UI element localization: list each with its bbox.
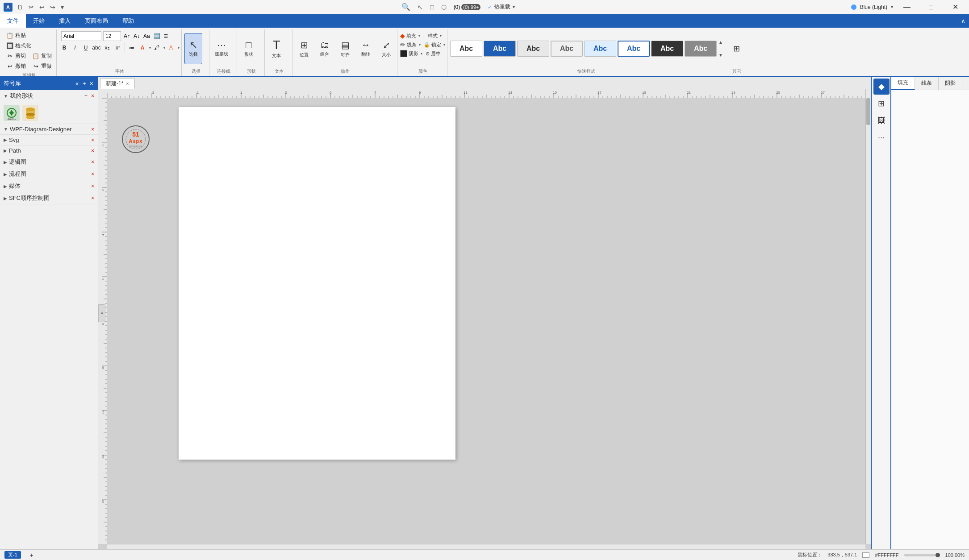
list-btn[interactable]: ≔ — [127, 43, 137, 53]
sidebar-item-my-shapes[interactable]: ▼ 我的形状 + × — [0, 90, 98, 102]
page-tab[interactable]: 页-1 — [4, 551, 21, 559]
size-btn[interactable]: ⤢ 大小 — [377, 33, 395, 64]
cursor-icon-btn[interactable]: ↖ — [418, 4, 423, 11]
sfc-close-icon[interactable]: × — [91, 195, 94, 201]
redo-btn[interactable]: ↪ 重做 — [29, 61, 54, 71]
copy-btn[interactable]: 📋 复制 — [29, 51, 54, 61]
cut-btn[interactable]: ✂ 剪切 — [4, 51, 29, 61]
drawing-surface[interactable]: 51 Aspx 源码服务专家 — [107, 98, 865, 544]
more-panel-btn[interactable]: ··· — [873, 129, 890, 145]
style-abc-4[interactable]: Abc — [551, 41, 583, 57]
scroll-thumb-v[interactable] — [866, 98, 870, 125]
shadow-swatch[interactable] — [400, 50, 407, 57]
sidebar-item-logic[interactable]: ▶ 逻辑图 × — [0, 156, 98, 168]
sidebar-item-path[interactable]: ▶ Path × — [0, 145, 98, 156]
close-btn[interactable]: ✕ — [945, 0, 965, 14]
align-btn2[interactable]: ▤ 对齐 — [336, 33, 354, 64]
svg-close-icon[interactable]: × — [91, 137, 94, 143]
shape-database[interactable] — [22, 105, 38, 121]
menu-start[interactable]: 开始 — [26, 14, 52, 28]
path-close-icon[interactable]: × — [91, 148, 94, 154]
text-color-btn[interactable]: A — [166, 43, 176, 53]
sidebar-item-flow[interactable]: ▶ 流程图 × — [0, 168, 98, 180]
styles-down-btn[interactable]: ▼ — [718, 53, 723, 58]
flow-close-icon[interactable]: × — [91, 171, 94, 177]
sidebar-item-wpf[interactable]: ▼ WPF-Diagram-Designer × — [0, 124, 98, 135]
search-btn[interactable]: 🔍 — [401, 3, 410, 11]
sidebar-close-icon[interactable]: × — [89, 79, 94, 88]
scrollbar-vertical[interactable] — [865, 89, 871, 544]
flip-btn[interactable]: ↔ 翻转 — [357, 33, 375, 64]
style-abc-3[interactable]: Abc — [517, 41, 549, 57]
sidebar-item-media[interactable]: ▶ 媒体 × — [0, 180, 98, 192]
hotreload-btn[interactable]: ✓ 热重载 ▾ — [488, 3, 515, 11]
new-icon[interactable]: 🗋 — [15, 3, 25, 12]
text-color-dropdown[interactable]: ▾ — [178, 46, 180, 50]
shape-btn2[interactable]: □ 形状 — [240, 33, 258, 64]
font-shrink-btn[interactable]: A↓ — [133, 32, 141, 40]
add-page-btn[interactable]: + — [30, 552, 33, 559]
underline-btn[interactable]: U — [81, 43, 91, 53]
sidebar-add-icon[interactable]: + — [82, 79, 87, 88]
font-grow-btn[interactable]: A↑ — [123, 32, 131, 40]
shadow-dropdown[interactable]: ▾ — [421, 52, 422, 56]
undo-btn[interactable]: ↩ 撤销 — [4, 61, 29, 71]
font-name-input[interactable] — [61, 31, 101, 41]
style-abc-1[interactable]: Abc — [450, 41, 482, 57]
cut-icon[interactable]: ✂ — [27, 3, 36, 12]
other-btn[interactable]: ⊞ — [728, 33, 746, 64]
zoom-thumb[interactable] — [936, 553, 940, 557]
format-btn[interactable]: 🔲 格式化 — [4, 41, 54, 50]
text-btn[interactable]: T 文本 — [267, 33, 285, 64]
fill-panel-btn[interactable]: ◆ — [873, 79, 890, 95]
style-abc-5[interactable]: Abc — [584, 41, 616, 57]
scrollbar-horizontal[interactable] — [107, 544, 865, 549]
align-btn[interactable]: ≡ — [163, 31, 169, 41]
style-abc-8[interactable]: Abc — [685, 41, 717, 57]
shape-attdibs[interactable]: Attdibs — [4, 105, 20, 121]
maximize-btn[interactable]: □ — [921, 0, 941, 14]
font-case-btn[interactable]: Aa — [142, 32, 151, 40]
font-color-dropdown[interactable]: ▾ — [149, 46, 151, 50]
sidebar-expand-btn[interactable]: » — [98, 304, 105, 322]
connect-btn[interactable]: ⋯ 连接线 — [212, 33, 231, 64]
font-clear-btn[interactable]: 🔤 — [153, 32, 161, 40]
wpf-close-icon[interactable]: × — [91, 126, 94, 133]
logic-close-icon[interactable]: × — [91, 159, 94, 165]
image-panel-btn[interactable]: 🖼 — [873, 112, 890, 129]
italic-btn[interactable]: I — [70, 43, 80, 53]
highlight-dropdown[interactable]: ▾ — [163, 46, 165, 50]
font-color-btn[interactable]: A — [138, 43, 147, 53]
group-btn[interactable]: 🗂 组合 — [316, 33, 334, 64]
redo-icon[interactable]: ↪ — [48, 3, 57, 12]
canvas-area[interactable]: 新建-1* × // Generated inline below -3-113… — [98, 77, 871, 549]
sidebar-item-sfc[interactable]: ▶ SFC顺序控制图 × — [0, 192, 98, 204]
menu-help[interactable]: 帮助 — [115, 14, 141, 28]
media-close-icon[interactable]: × — [91, 183, 94, 189]
undo-icon[interactable]: ↩ — [38, 3, 46, 12]
dropdown-icon[interactable]: ▾ — [59, 3, 66, 12]
position-btn[interactable]: ⊞ 位置 — [295, 33, 313, 64]
add-shape-icon[interactable]: + — [84, 93, 88, 99]
fill-style-dropdown[interactable]: ▾ — [440, 34, 442, 38]
theme-dropdown[interactable]: ▾ — [891, 4, 893, 9]
menu-collapse-btn[interactable]: ∧ — [957, 14, 969, 28]
select-btn[interactable]: ↖ 选择 — [184, 33, 202, 64]
styles-up-btn[interactable]: ▲ — [718, 40, 723, 45]
sidebar-item-svg[interactable]: ▶ Svg × — [0, 135, 98, 145]
line-dropdown[interactable]: ▾ — [419, 43, 421, 47]
lock-dropdown[interactable]: ▾ — [443, 43, 445, 47]
fill-dropdown[interactable]: ▾ — [418, 34, 420, 38]
menu-layout[interactable]: 页面布局 — [78, 14, 115, 28]
font-size-input[interactable] — [103, 31, 121, 41]
menu-insert[interactable]: 插入 — [52, 14, 78, 28]
export-btn[interactable]: ⬡ — [441, 4, 447, 11]
tab-close-icon[interactable]: × — [126, 81, 129, 86]
counter-badge[interactable]: (0) (0) 99+ — [454, 4, 481, 10]
highlight-btn[interactable]: 🖍 — [152, 43, 162, 53]
minimize-btn[interactable]: — — [897, 0, 917, 14]
style-abc-6[interactable]: Abc — [618, 41, 650, 57]
bold-btn[interactable]: B — [59, 43, 69, 53]
paste-btn[interactable]: 📋 粘贴 — [4, 30, 54, 40]
shape-btn[interactable]: □ — [430, 4, 434, 11]
